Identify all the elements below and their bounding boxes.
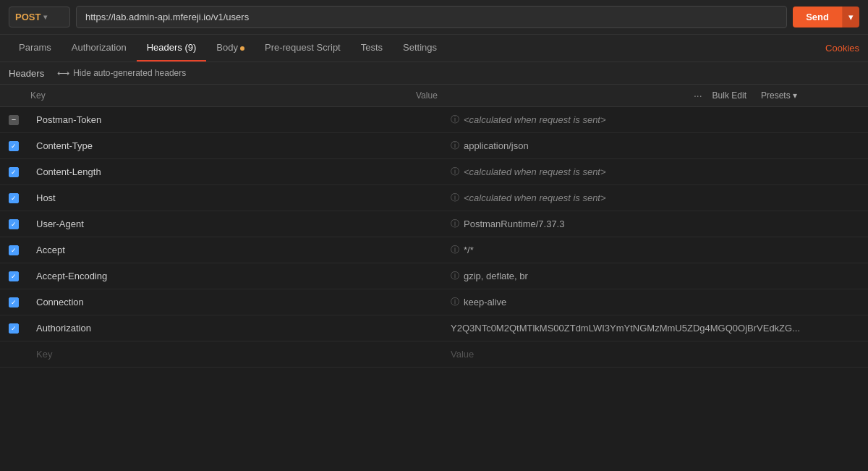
presets-label: Presets — [761, 90, 791, 101]
tab-body[interactable]: Body — [206, 35, 255, 61]
table-row: Accept-Encodingⓘgzip, deflate, br — [0, 263, 868, 289]
value-text-accept[interactable]: */* — [464, 245, 474, 255]
value-text-accept-encoding[interactable]: gzip, deflate, br — [464, 271, 528, 281]
value-text-user-agent[interactable]: PostmanRuntime/7.37.3 — [464, 218, 564, 229]
send-dropdown-button[interactable]: ▾ — [842, 7, 859, 27]
tab-settings[interactable]: Settings — [393, 35, 447, 61]
bulk-edit-button[interactable]: Bulk Edit — [708, 89, 751, 102]
value-text-authorization[interactable]: Y2Q3NTc0M2QtMTlkMS00ZTdmLWI3YmYtNGMzMmU5… — [451, 323, 800, 334]
empty-value-cell[interactable]: Value — [445, 343, 859, 365]
presets-chevron: ▾ — [793, 90, 797, 101]
hide-auto-button[interactable]: ⟷ Hide auto-generated headers — [53, 67, 190, 80]
checkbox-content-length[interactable] — [9, 167, 19, 177]
tab-authorization[interactable]: Authorization — [61, 35, 137, 61]
value-text-content-length[interactable]: <calculated when request is sent> — [464, 166, 606, 177]
value-text-connection[interactable]: keep-alive — [464, 297, 506, 307]
info-icon-postman-token[interactable]: ⓘ — [451, 114, 459, 126]
value-cell-accept-encoding: ⓘgzip, deflate, br — [445, 264, 859, 288]
info-icon-user-agent[interactable]: ⓘ — [451, 218, 459, 230]
value-cell-accept: ⓘ*/* — [445, 238, 859, 262]
value-cell-content-length: ⓘ<calculated when request is sent> — [445, 160, 859, 184]
info-icon-content-type[interactable]: ⓘ — [451, 140, 459, 152]
more-icon[interactable]: ··· — [694, 90, 702, 101]
method-chevron: ▾ — [43, 13, 47, 21]
send-button[interactable]: Send — [793, 7, 842, 27]
tab-params[interactable]: Params — [9, 35, 61, 61]
checkbox-cell-authorization — [9, 323, 30, 334]
key-cell-accept-encoding[interactable]: Accept-Encoding — [30, 265, 445, 287]
tab-dot-body — [240, 46, 244, 51]
checkbox-content-type[interactable] — [9, 141, 19, 151]
checkbox-cell-connection — [9, 297, 30, 307]
tabs-bar: ParamsAuthorizationHeaders (9)BodyPre-re… — [0, 35, 868, 62]
checkbox-accept[interactable] — [9, 245, 19, 255]
value-cell-postman-token: ⓘ<calculated when request is sent> — [445, 108, 859, 132]
th-value-area: Value ··· Bulk Edit Presets ▾ — [416, 89, 801, 102]
table-row: Postman-Tokenⓘ<calculated when request i… — [0, 107, 868, 133]
th-key: Key — [30, 90, 416, 101]
info-icon-connection[interactable]: ⓘ — [451, 296, 459, 308]
th-value: Value — [416, 90, 438, 101]
method-label: POST — [15, 12, 41, 22]
hide-auto-icon: ⟷ — [57, 68, 69, 78]
value-cell-host: ⓘ<calculated when request is sent> — [445, 186, 859, 210]
checkbox-cell-accept — [9, 245, 30, 255]
sub-header: Headers ⟷ Hide auto-generated headers — [0, 62, 868, 85]
checkbox-host[interactable] — [9, 193, 19, 203]
table-row: Acceptⓘ*/* — [0, 237, 868, 263]
checkbox-user-agent[interactable] — [9, 219, 19, 229]
checkbox-cell-content-length — [9, 167, 30, 177]
key-cell-content-length[interactable]: Content-Length — [30, 161, 445, 183]
key-cell-content-type[interactable]: Content-Type — [30, 135, 445, 157]
send-group: Send ▾ — [793, 7, 859, 27]
value-cell-connection: ⓘkeep-alive — [445, 290, 859, 314]
tab-pre-request[interactable]: Pre-request Script — [255, 35, 351, 61]
headers-table-body: Postman-Tokenⓘ<calculated when request i… — [0, 107, 868, 341]
method-select[interactable]: POST ▾ — [9, 7, 70, 27]
top-bar: POST ▾ Send ▾ — [0, 0, 868, 35]
table-row: AuthorizationY2Q3NTc0M2QtMTlkMS00ZTdmLWI… — [0, 315, 868, 341]
checkbox-cell-accept-encoding — [9, 271, 30, 281]
key-cell-accept[interactable]: Accept — [30, 239, 445, 261]
url-input[interactable] — [76, 6, 787, 28]
table-row: User-AgentⓘPostmanRuntime/7.37.3 — [0, 211, 868, 237]
headers-label: Headers — [9, 68, 44, 79]
tab-tests[interactable]: Tests — [351, 35, 393, 61]
hide-auto-label: Hide auto-generated headers — [73, 68, 186, 78]
key-cell-postman-token[interactable]: Postman-Token — [30, 109, 445, 131]
key-cell-connection[interactable]: Connection — [30, 291, 445, 313]
checkbox-accept-encoding[interactable] — [9, 271, 19, 281]
tabs-left: ParamsAuthorizationHeaders (9)BodyPre-re… — [9, 35, 447, 61]
key-cell-user-agent[interactable]: User-Agent — [30, 213, 445, 235]
tab-headers[interactable]: Headers (9) — [137, 35, 207, 61]
empty-key-cell[interactable]: Key — [30, 343, 445, 365]
checkbox-authorization[interactable] — [9, 323, 19, 334]
info-icon-accept-encoding[interactable]: ⓘ — [451, 270, 459, 282]
value-cell-authorization: Y2Q3NTc0M2QtMTlkMS00ZTdmLWI3YmYtNGMzMmU5… — [445, 317, 859, 339]
cookies-link[interactable]: Cookies — [825, 43, 859, 54]
table-row: Hostⓘ<calculated when request is sent> — [0, 185, 868, 211]
value-text-postman-token[interactable]: <calculated when request is sent> — [464, 114, 606, 125]
key-cell-host[interactable]: Host — [30, 187, 445, 209]
presets-button[interactable]: Presets ▾ — [757, 89, 801, 102]
checkbox-cell-postman-token — [9, 115, 30, 125]
value-text-host[interactable]: <calculated when request is sent> — [464, 192, 606, 203]
table-row: Content-Typeⓘapplication/json — [0, 133, 868, 159]
value-text-content-type[interactable]: application/json — [464, 140, 529, 151]
table-row: Content-Lengthⓘ<calculated when request … — [0, 159, 868, 185]
table-container: Key Value ··· Bulk Edit Presets ▾ Postma… — [0, 85, 868, 368]
table-header: Key Value ··· Bulk Edit Presets ▾ — [0, 85, 868, 107]
value-cell-user-agent: ⓘPostmanRuntime/7.37.3 — [445, 212, 859, 236]
info-icon-host[interactable]: ⓘ — [451, 192, 459, 204]
info-icon-content-length[interactable]: ⓘ — [451, 166, 459, 178]
checkbox-cell-user-agent — [9, 219, 30, 229]
value-cell-content-type: ⓘapplication/json — [445, 134, 859, 158]
empty-row: Key Value — [0, 341, 868, 368]
info-icon-accept[interactable]: ⓘ — [451, 244, 459, 256]
checkbox-postman-token[interactable] — [9, 115, 19, 125]
table-row: Connectionⓘkeep-alive — [0, 289, 868, 315]
th-actions: ··· Bulk Edit Presets ▾ — [694, 89, 801, 102]
key-cell-authorization[interactable]: Authorization — [30, 317, 445, 339]
checkbox-cell-host — [9, 193, 30, 203]
checkbox-connection[interactable] — [9, 297, 19, 307]
